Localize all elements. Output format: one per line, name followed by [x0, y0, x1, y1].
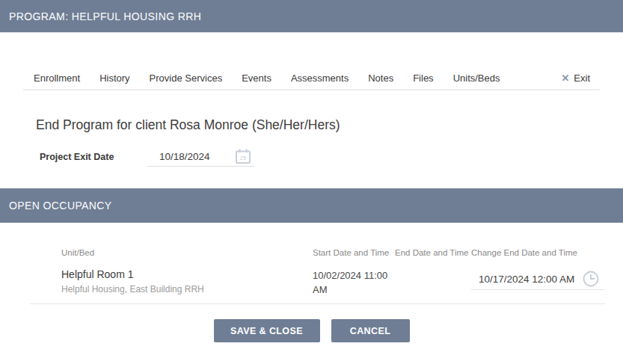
change-end-date-value: 10/17/2024 12:00 AM [471, 274, 574, 285]
occupancy-table: Unit/Bed Start Date and Time End Date an… [0, 223, 623, 309]
tab-events[interactable]: Events [242, 73, 271, 84]
tab-assessments[interactable]: Assessments [291, 73, 349, 84]
program-header-bar: PROGRAM: HELPFUL HOUSING RRH [0, 0, 623, 33]
change-end-date-input[interactable]: 10/17/2024 12:00 AM [471, 268, 604, 290]
row-divider [30, 303, 605, 304]
open-occupancy-header-bar: OPEN OCCUPANCY [0, 188, 623, 223]
project-exit-date-label: Project Exit Date [40, 152, 114, 162]
save-and-close-button[interactable]: SAVE & CLOSE [214, 319, 320, 342]
tab-files[interactable]: Files [413, 73, 433, 84]
exit-button-label: Exit [574, 73, 590, 84]
close-x-icon: ✕ [561, 73, 569, 84]
tab-notes[interactable]: Notes [368, 73, 393, 84]
svg-text:25: 25 [240, 155, 246, 161]
tab-units-beds[interactable]: Units/Beds [453, 73, 500, 84]
column-header-end-date: End Date and Time [395, 248, 468, 257]
unit-detail: Helpful Housing, East Building RRH [61, 284, 204, 294]
start-date-value: 10/02/2024 11:00 AM [313, 269, 393, 297]
tab-history[interactable]: History [99, 73, 129, 84]
column-header-start-date: Start Date and Time [313, 248, 389, 257]
tab-enrollment[interactable]: Enrollment [34, 73, 80, 84]
column-header-unit-bed: Unit/Bed [61, 248, 94, 257]
open-occupancy-title: OPEN OCCUPANCY [9, 200, 112, 212]
page-title: End Program for client Rosa Monroe (She/… [36, 117, 340, 133]
project-exit-date-input[interactable]: 10/18/2024 25 [147, 146, 254, 167]
calendar-icon[interactable]: 25 [235, 148, 251, 164]
exit-button[interactable]: ✕ Exit [561, 73, 590, 84]
tab-provide-services[interactable]: Provide Services [150, 73, 223, 84]
program-title: PROGRAM: HELPFUL HOUSING RRH [9, 10, 201, 22]
action-buttons-row: SAVE & CLOSE CANCEL [0, 319, 623, 342]
column-header-change-end-date: Change End Date and Time [471, 248, 577, 257]
project-exit-date-value: 10/18/2024 [147, 151, 210, 162]
unit-name: Helpful Room 1 [61, 268, 134, 280]
clock-icon[interactable] [582, 270, 600, 288]
tab-bar: Enrollment History Provide Services Even… [23, 67, 600, 90]
cancel-button[interactable]: CANCEL [331, 319, 410, 342]
